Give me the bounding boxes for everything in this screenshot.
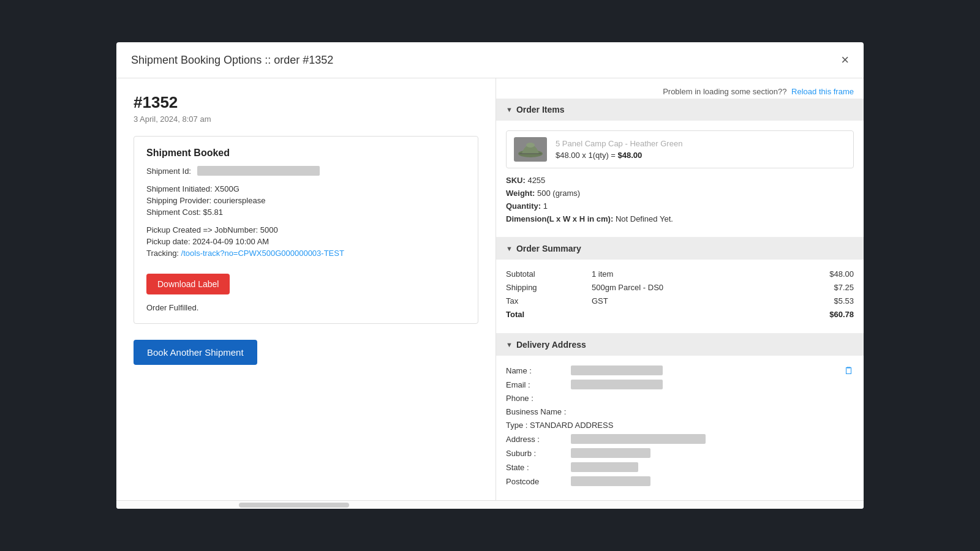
- address-redacted: [571, 365, 663, 375]
- shipment-booked-section: Shipment Booked Shipment Id: Shipment In…: [134, 136, 478, 324]
- modal-body: #1352 3 April, 2024, 8:07 am Shipment Bo…: [116, 78, 864, 500]
- modal-dialog: Shipment Booking Options :: order #1352 …: [116, 42, 864, 509]
- address-field-label: Phone :: [506, 394, 533, 403]
- order-summary-arrow: ▼: [506, 245, 513, 252]
- summary-desc: 500gm Parcel - DS0: [592, 283, 834, 292]
- address-field-label: Address :: [506, 435, 567, 444]
- shipment-info-group: Shipment Initiated: X500G Shipping Provi…: [146, 184, 466, 217]
- order-number: #1352: [134, 93, 478, 112]
- delivery-address-header: ▼ Delivery Address: [496, 334, 864, 356]
- order-date: 3 April, 2024, 8:07 am: [134, 114, 478, 124]
- address-redacted: [571, 462, 638, 472]
- summary-row: Total $60.78: [506, 310, 854, 319]
- edit-address-icon[interactable]: 🗒: [844, 365, 854, 377]
- order-fulfilled-text: Order Fulfilled.: [146, 303, 466, 312]
- order-summary-content: Subtotal 1 item $48.00 Shipping 500gm Pa…: [496, 260, 864, 334]
- shipment-id-label: Shipment Id:: [146, 167, 191, 176]
- summary-desc: 1 item: [592, 269, 829, 279]
- summary-value: $60.78: [829, 310, 854, 319]
- order-items-header: ▼ Order Items: [496, 99, 864, 121]
- order-summary-header: ▼ Order Summary: [496, 238, 864, 260]
- shipping-provider: Shipping Provider: couriersplease: [146, 196, 466, 205]
- address-redacted: [571, 380, 663, 389]
- summary-rows-container: Subtotal 1 item $48.00 Shipping 500gm Pa…: [506, 269, 854, 319]
- address-line: Suburb :: [506, 448, 844, 458]
- address-field-label: Postcode: [506, 477, 567, 486]
- address-line: Type : STANDARD ADDRESS: [506, 421, 844, 430]
- address-field-label: Business Name :: [506, 407, 566, 416]
- summary-label: Shipping: [506, 283, 592, 292]
- summary-row: Shipping 500gm Parcel - DS0 $7.25: [506, 283, 854, 292]
- tracking-link[interactable]: /tools-track?no=CPWX500G000000003-TEST: [181, 249, 344, 258]
- footer-scrollbar-thumb: [239, 503, 349, 508]
- address-fields: Name : Email : Phone :Business Name :Typ…: [506, 365, 844, 490]
- order-items-label: Order Items: [516, 105, 565, 114]
- delivery-arrow: ▼: [506, 341, 513, 348]
- sku-line: SKU: 4255: [506, 176, 854, 185]
- product-price: $48.00 x 1(qty) = $48.00: [556, 151, 682, 160]
- delivery-address-content: Name : Email : Phone :Business Name :Typ…: [496, 356, 864, 500]
- tracking-label: Tracking:: [146, 249, 179, 258]
- tracking-row: Tracking: /tools-track?no=CPWX500G000000…: [146, 249, 466, 258]
- summary-label: Subtotal: [506, 269, 592, 279]
- pickup-created: Pickup Created => JobNumber: 5000: [146, 225, 466, 234]
- address-line: Name :: [506, 365, 844, 375]
- weight-line: Weight: 500 (grams): [506, 189, 854, 198]
- order-items-arrow: ▼: [506, 106, 513, 113]
- order-items-content: 5 Panel Camp Cap - Heather Green $48.00 …: [496, 121, 864, 238]
- address-redacted: [571, 448, 650, 458]
- address-line: Phone :: [506, 394, 844, 403]
- summary-label: Tax: [506, 296, 592, 305]
- address-field-label: Email :: [506, 380, 567, 389]
- left-panel: #1352 3 April, 2024, 8:07 am Shipment Bo…: [116, 78, 496, 500]
- delivery-address-label: Delivery Address: [516, 340, 586, 350]
- shipment-booked-title: Shipment Booked: [146, 148, 466, 159]
- address-line: Address :: [506, 434, 844, 444]
- address-header-row: Name : Email : Phone :Business Name :Typ…: [506, 365, 854, 490]
- order-summary-label: Order Summary: [516, 244, 581, 253]
- footer-scrollbar-area: [116, 500, 864, 509]
- address-line: Business Name :: [506, 407, 844, 416]
- address-line: Email :: [506, 380, 844, 389]
- reload-notice: Problem in loading some section?? Reload…: [496, 78, 864, 99]
- address-field-label: Name :: [506, 366, 567, 375]
- product-name: 5 Panel Camp Cap - Heather Green: [556, 139, 682, 148]
- address-field-label: Suburb :: [506, 449, 567, 458]
- summary-row: Subtotal 1 item $48.00: [506, 269, 854, 279]
- quantity-line: Quantity: 1: [506, 201, 854, 211]
- product-image: [514, 137, 547, 162]
- address-field-label: Type : STANDARD ADDRESS: [506, 421, 613, 430]
- summary-value: $7.25: [834, 283, 854, 292]
- modal-title: Shipment Booking Options :: order #1352: [131, 54, 333, 67]
- summary-label: Total: [506, 310, 592, 319]
- modal-header: Shipment Booking Options :: order #1352 …: [116, 42, 864, 78]
- dimension-line: Dimension(L x W x H in cm): Not Defined …: [506, 214, 854, 223]
- pickup-info-group: Pickup Created => JobNumber: 5000 Pickup…: [146, 225, 466, 258]
- address-line: Postcode: [506, 476, 844, 486]
- shipment-id-redacted: [197, 166, 320, 176]
- address-redacted: [571, 434, 706, 444]
- address-redacted: [571, 476, 650, 486]
- pickup-date: Pickup date: 2024-04-09 10:00 AM: [146, 237, 466, 246]
- address-field-label: State :: [506, 463, 567, 472]
- summary-desc: GST: [592, 296, 834, 305]
- summary-row: Tax GST $5.53: [506, 296, 854, 305]
- download-label-button[interactable]: Download Label: [146, 274, 230, 294]
- right-panel: Problem in loading some section?? Reload…: [496, 78, 864, 500]
- shipment-cost: Shipment Cost: $5.81: [146, 208, 466, 217]
- reload-link[interactable]: Reload this frame: [791, 87, 854, 96]
- product-details: 5 Panel Camp Cap - Heather Green $48.00 …: [556, 139, 682, 160]
- summary-value: $48.00: [829, 269, 854, 279]
- svg-point-1: [526, 143, 535, 148]
- modal-overlay: Shipment Booking Options :: order #1352 …: [0, 0, 980, 551]
- address-line: State :: [506, 462, 844, 472]
- shipment-id-row: Shipment Id:: [146, 166, 466, 176]
- shipment-initiated: Shipment Initiated: X500G: [146, 184, 466, 193]
- book-another-shipment-button[interactable]: Book Another Shipment: [134, 340, 257, 365]
- close-button[interactable]: ×: [841, 53, 849, 67]
- summary-value: $5.53: [834, 296, 854, 305]
- product-row: 5 Panel Camp Cap - Heather Green $48.00 …: [506, 130, 854, 168]
